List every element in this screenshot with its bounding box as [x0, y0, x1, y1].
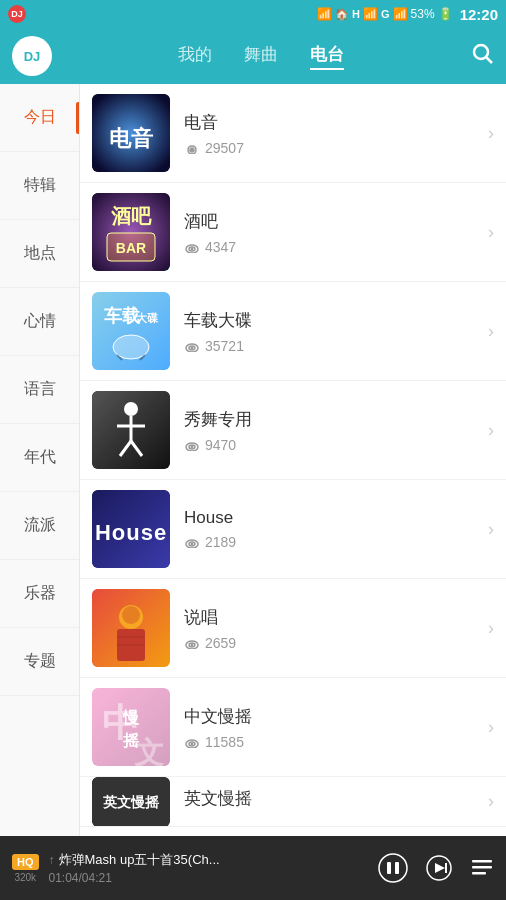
- home-icon: 🏠: [335, 8, 349, 21]
- svg-point-54: [379, 854, 407, 882]
- battery-percent: 53%: [411, 7, 435, 21]
- svg-text:House: House: [95, 520, 167, 545]
- item-count: 2659: [184, 635, 480, 651]
- item-count: 35721: [184, 338, 480, 354]
- svg-text:酒吧: 酒吧: [111, 205, 152, 227]
- count-value: 11585: [205, 734, 244, 750]
- item-count: 11585: [184, 734, 480, 750]
- logo-text: DJ: [24, 49, 41, 64]
- item-thumbnail-house: House: [92, 490, 170, 568]
- sidebar-label-special: 特辑: [24, 175, 56, 196]
- item-title: 酒吧: [184, 210, 480, 233]
- item-title: 车载大碟: [184, 309, 480, 332]
- search-button[interactable]: [470, 41, 494, 71]
- nav-dance[interactable]: 舞曲: [244, 43, 278, 70]
- sidebar-item-language[interactable]: 语言: [0, 356, 79, 424]
- player-hq: HQ 320k: [12, 854, 39, 883]
- svg-point-43: [191, 643, 194, 646]
- item-thumbnail-manrao: 慢 摇 中 文: [92, 688, 170, 766]
- pause-button[interactable]: [378, 853, 408, 883]
- sidebar-label-location: 地点: [24, 243, 56, 264]
- svg-line-1: [487, 58, 493, 64]
- count-value: 9470: [205, 437, 236, 453]
- item-info: House 2189: [184, 508, 480, 550]
- player-controls: [378, 853, 494, 883]
- content-list: 电音 电音 29507 ›: [80, 84, 506, 836]
- item-count: 4347: [184, 239, 480, 255]
- next-button[interactable]: [426, 855, 452, 881]
- status-icons: 📶 🏠 H 📶 G 📶 53% 🔋 12:20: [317, 6, 498, 23]
- signal-bars-2-icon: 📶: [393, 7, 408, 21]
- sidebar-item-era[interactable]: 年代: [0, 424, 79, 492]
- list-item[interactable]: 说唱 2659 ›: [80, 579, 506, 678]
- item-thumbnail-jiuba: 酒吧 BAR: [92, 193, 170, 271]
- list-item[interactable]: 英文慢摇 英文慢摇 ›: [80, 777, 506, 827]
- chevron-right-icon: ›: [488, 519, 494, 540]
- item-info: 车载大碟 35721: [184, 309, 480, 354]
- count-value: 29507: [205, 140, 244, 156]
- broadcast-icon: [184, 536, 200, 548]
- svg-rect-60: [472, 860, 492, 863]
- list-item[interactable]: 酒吧 BAR 酒吧 4347 ›: [80, 183, 506, 282]
- svg-text:英文慢摇: 英文慢摇: [102, 794, 160, 810]
- chevron-right-icon: ›: [488, 791, 494, 812]
- svg-rect-59: [445, 863, 447, 873]
- svg-text:电音: 电音: [109, 126, 154, 151]
- sidebar-item-location[interactable]: 地点: [0, 220, 79, 288]
- broadcast-icon: [184, 439, 200, 451]
- item-info: 说唱 2659: [184, 606, 480, 651]
- svg-point-4: [191, 148, 194, 151]
- svg-text:车载: 车载: [104, 305, 140, 326]
- sidebar-item-mood[interactable]: 心情: [0, 288, 79, 356]
- battery-icon: 🔋: [438, 7, 453, 21]
- chevron-right-icon: ›: [488, 321, 494, 342]
- sidebar-item-today[interactable]: 今日: [0, 84, 79, 152]
- list-item[interactable]: 慢 摇 中 文 中文慢摇 11585 ›: [80, 678, 506, 777]
- list-item[interactable]: 电音 电音 29507 ›: [80, 84, 506, 183]
- item-count: 2189: [184, 534, 480, 550]
- playlist-button[interactable]: [470, 856, 494, 880]
- chevron-right-icon: ›: [488, 420, 494, 441]
- count-value: 2659: [205, 635, 236, 651]
- sidebar-label-mood: 心情: [24, 311, 56, 332]
- item-title: 说唱: [184, 606, 480, 629]
- app-logo[interactable]: DJ: [12, 36, 52, 76]
- item-title: 秀舞专用: [184, 408, 480, 431]
- nav-radio[interactable]: 电台: [310, 43, 344, 70]
- signal-bars-icon: 📶: [363, 7, 378, 21]
- svg-rect-56: [395, 862, 399, 874]
- sidebar-label-language: 语言: [24, 379, 56, 400]
- svg-point-37: [122, 606, 140, 624]
- count-value: 2189: [205, 534, 236, 550]
- list-item[interactable]: 车载 大碟 车载大碟 35721 ›: [80, 282, 506, 381]
- player-info[interactable]: ↑ 炸弹Mash up五十首35(Ch... 01:04/04:21: [49, 851, 379, 885]
- app-header: DJ 我的 舞曲 电台: [0, 28, 506, 84]
- svg-rect-62: [472, 872, 486, 875]
- sidebar-item-genre[interactable]: 流派: [0, 492, 79, 560]
- bitrate-label: 320k: [14, 872, 36, 883]
- sidebar-label-topic: 专题: [24, 651, 56, 672]
- svg-text:BAR: BAR: [116, 240, 146, 256]
- sidebar-item-instrument[interactable]: 乐器: [0, 560, 79, 628]
- svg-text:大碟: 大碟: [135, 312, 159, 324]
- sidebar-item-special[interactable]: 特辑: [0, 152, 79, 220]
- broadcast-icon: [184, 241, 200, 253]
- nav-my[interactable]: 我的: [178, 43, 212, 70]
- svg-rect-61: [472, 866, 492, 869]
- item-info: 酒吧 4347: [184, 210, 480, 255]
- svg-marker-58: [435, 863, 445, 873]
- sidebar-item-topic[interactable]: 专题: [0, 628, 79, 696]
- broadcast-icon: [184, 736, 200, 748]
- item-title: 中文慢摇: [184, 705, 480, 728]
- hq-badge: HQ: [12, 854, 39, 870]
- sidebar-label-era: 年代: [24, 447, 56, 468]
- clock-time: 12:20: [460, 6, 498, 23]
- list-item[interactable]: 秀舞专用 9470 ›: [80, 381, 506, 480]
- svg-point-29: [191, 445, 194, 448]
- svg-point-51: [191, 742, 194, 745]
- svg-point-22: [124, 402, 138, 416]
- list-item[interactable]: House House 2189 ›: [80, 480, 506, 579]
- svg-point-34: [191, 543, 194, 546]
- bottom-player: HQ 320k ↑ 炸弹Mash up五十首35(Ch... 01:04/04:…: [0, 836, 506, 900]
- item-thumbnail-yingwen: 英文慢摇: [92, 777, 170, 827]
